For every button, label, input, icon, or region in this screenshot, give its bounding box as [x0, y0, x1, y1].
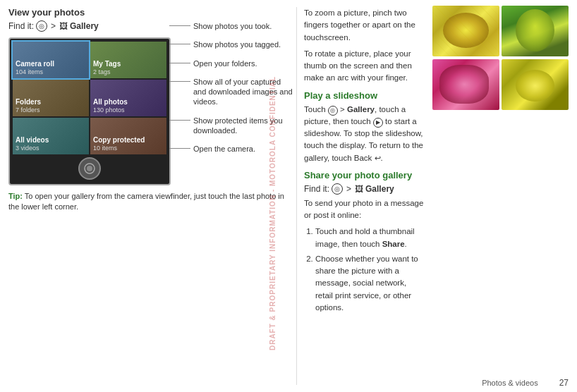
copy-protected-sub: 10 items	[93, 145, 164, 152]
gallery-cell-copy-protected[interactable]: Copy protected 10 items	[90, 118, 166, 154]
all-photos-sub: 130 photos	[93, 106, 164, 114]
right-column: To zoom a picture, pinch two fingers tog…	[297, 0, 577, 392]
share-heading: Share your photo gallery	[304, 170, 424, 180]
camera-roll-label: Camera roll	[16, 60, 86, 68]
find-it-arrow: >	[51, 21, 56, 31]
page: View your photos Find it: ◎ > 🖼 Gallery …	[0, 0, 577, 392]
left-column: View your photos Find it: ◎ > 🖼 Gallery …	[0, 0, 296, 392]
share-find-it-row: Find it: ◎ > 🖼 Gallery	[304, 183, 424, 195]
folders-sub: 7 folders	[16, 106, 86, 114]
watermark-text: DRAFT & PROPRIETARY INFORMATION - MOTORO…	[269, 76, 277, 350]
gallery-cell-camera-roll[interactable]: Camera roll 104 items	[13, 42, 89, 78]
find-it-gallery: Gallery	[70, 21, 99, 31]
svg-point-1	[87, 166, 92, 171]
all-videos-label: All videos	[16, 136, 86, 145]
section-title: View your photos	[8, 7, 288, 18]
gallery-icon-find: 🖼	[59, 21, 68, 31]
camera-shutter-button[interactable]	[78, 157, 101, 180]
ann5-line	[169, 120, 190, 121]
gallery-grid: Camera roll 104 items My Tags 2 tags Fol…	[13, 42, 166, 154]
share-find-it-gallery: Gallery	[365, 184, 394, 194]
all-photos-label: All photos	[93, 98, 164, 106]
watermark: DRAFT & PROPRIETARY INFORMATION - MOTORO…	[255, 42, 291, 385]
ann6-line	[169, 148, 190, 149]
camera-button-row	[13, 154, 166, 181]
all-videos-sub: 3 videos	[16, 145, 86, 152]
ann1-line	[169, 25, 190, 26]
gallery-cell-folders[interactable]: Folders 7 folders	[13, 80, 89, 116]
share-gallery-icon: 🖼	[355, 184, 363, 194]
photo-thumb-4	[502, 59, 569, 110]
gallery-cell-all-photos[interactable]: All photos 130 photos	[90, 80, 166, 116]
ann3-line	[169, 63, 190, 63]
page-number: 27	[559, 378, 569, 388]
gallery-mockup: Camera roll 104 items My Tags 2 tags Fol…	[8, 37, 171, 185]
gallery-cell-my-tags[interactable]: My Tags 2 tags	[90, 42, 166, 78]
share-steps-list: Touch and hold a thumbnail image, then t…	[304, 226, 424, 314]
share-find-it-arrow: >	[346, 184, 351, 194]
footer: Photos & videos 27	[482, 378, 569, 388]
annotation-1: Show photos you took.	[169, 21, 293, 31]
share-intro: To send your photo in a message or post …	[304, 197, 424, 222]
zoom-text: To zoom a picture, pinch two fingers tog…	[304, 7, 424, 44]
share-step-2: Choose whether you want to share the pic…	[315, 253, 424, 314]
ann4-line	[169, 81, 190, 82]
find-it-label: Find it:	[8, 21, 34, 31]
camera-icon-find: ◎	[36, 20, 47, 32]
rotate-text: To rotate a picture, place your thumb on…	[304, 48, 424, 85]
ann1-text: Show photos you took.	[193, 21, 272, 31]
ann6-text: Open the camera.	[193, 144, 255, 154]
my-tags-label: My Tags	[93, 60, 164, 68]
footer-section: Photos & videos	[482, 379, 538, 387]
tip-box: Tip: To open your gallery from the camer…	[8, 191, 288, 213]
photo-thumb-3	[432, 59, 499, 110]
tip-text: To open your gallery from the camera vie…	[8, 192, 284, 211]
play-slideshow-heading: Play a slideshow	[304, 90, 424, 101]
ann2-line	[169, 44, 190, 44]
copy-protected-label: Copy protected	[93, 136, 164, 145]
tip-label: Tip:	[8, 192, 23, 200]
photo-thumb-1	[432, 6, 499, 56]
share-camera-icon: ◎	[332, 183, 343, 195]
gallery-cell-all-videos[interactable]: All videos 3 videos	[13, 118, 89, 154]
share-step-1: Touch and hold a thumbnail image, then t…	[315, 226, 424, 250]
photo-thumb-2	[502, 6, 569, 56]
share-find-it-label: Find it:	[304, 184, 329, 194]
ann3-text: Open your folders.	[193, 59, 257, 68]
play-slideshow-text: Touch ◎ > Gallery, touch a picture, then…	[304, 104, 424, 164]
my-tags-sub: 2 tags	[93, 68, 164, 76]
camera-roll-sub: 104 items	[16, 68, 86, 76]
folders-label: Folders	[16, 98, 86, 106]
